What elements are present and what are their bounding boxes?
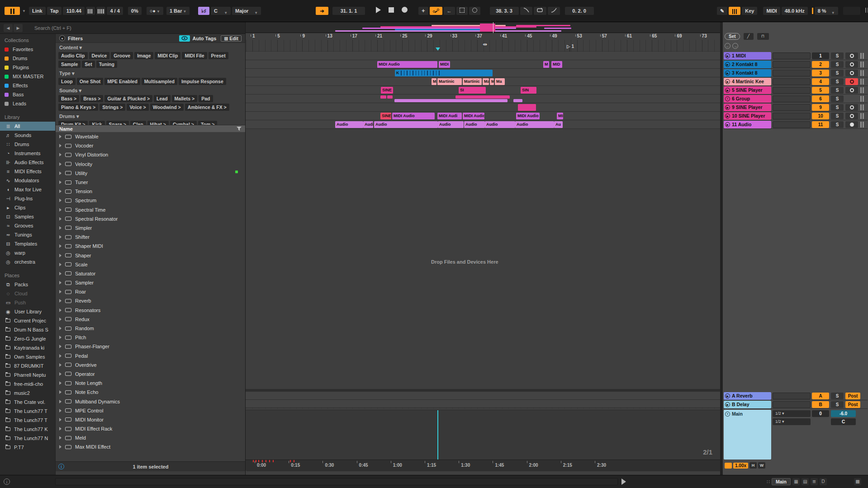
drag-handle-icon[interactable]: ∷	[767, 479, 770, 485]
track-play-icon[interactable]: ▶	[725, 79, 730, 84]
automation-icon[interactable]: ╱	[744, 33, 754, 40]
auto-tags-eye-icon[interactable]	[179, 35, 190, 42]
group-fold-icon[interactable]: ≡	[725, 96, 730, 101]
clip[interactable]: MIDI	[439, 61, 450, 68]
track-header-row[interactable]: ▶5 SINE Player5S	[724, 86, 868, 95]
filter-group-drums[interactable]: Drums ▾	[56, 112, 245, 120]
filter-chip[interactable]: Strings >	[100, 104, 125, 111]
filter-chip[interactable]: Cymbal >	[170, 121, 197, 125]
expand-arrow-icon[interactable]	[59, 290, 62, 294]
clip[interactable]	[380, 95, 386, 99]
track-activator[interactable]: 1	[812, 52, 829, 59]
device-row[interactable]: Roar	[56, 287, 245, 296]
draw-mode-button[interactable]: ✎	[717, 7, 727, 15]
device-row[interactable]: Reverb	[56, 296, 245, 305]
time-ruler[interactable]: 0:000:150:300:451:001:151:301:452:002:15…	[246, 460, 720, 471]
clip[interactable]: K	[395, 70, 493, 76]
device-row[interactable]: Shaper	[56, 251, 245, 260]
device-row[interactable]: Pitch	[56, 333, 245, 342]
draw-grid-button[interactable]	[456, 7, 468, 15]
play-button[interactable]	[373, 7, 384, 15]
expand-arrow-icon[interactable]	[59, 272, 62, 275]
filter-chip[interactable]: MPE Enabled	[104, 78, 140, 85]
sidebar-item-templates[interactable]: ⊟Templates	[0, 239, 55, 248]
sidebar-item-drums[interactable]: ∷Drums	[0, 140, 55, 149]
track-header-row[interactable]: ▶10 SINE Player10S	[724, 112, 868, 120]
sidebar-item-plug-ins[interactable]: ⊣Plug-Ins	[0, 194, 55, 203]
expand-arrow-icon[interactable]	[59, 144, 62, 147]
device-row[interactable]: Note Length	[56, 379, 245, 388]
arm-button[interactable]	[845, 113, 858, 119]
cue-routing-dropdown[interactable]: 1/2 ▾	[773, 418, 811, 425]
device-row[interactable]: Shaper MIDI	[56, 242, 245, 251]
main-track-name[interactable]: ▼Main	[724, 410, 771, 460]
filter-chip[interactable]: Woodwind >	[150, 104, 184, 111]
sidebar-item-the-lunch77-n[interactable]: The Lunch77 N	[0, 434, 55, 443]
clip[interactable]: Audio	[335, 121, 363, 128]
device-row[interactable]: Spectrum	[56, 196, 245, 205]
expand-arrow-icon[interactable]	[59, 244, 62, 248]
key-map-button[interactable]: Key	[742, 7, 757, 15]
preview-play-icon[interactable]	[621, 479, 626, 485]
filter-chip[interactable]: Multisampled	[142, 78, 177, 85]
track-lane[interactable]	[246, 95, 720, 103]
device-row[interactable]: Spectral Resonator	[56, 214, 245, 223]
sidebar-item-kaytranada-ki[interactable]: Kaytranada ki	[0, 343, 55, 352]
filter-chip[interactable]: Device	[89, 52, 110, 59]
expand-arrow-icon[interactable]	[59, 281, 62, 284]
sidebar-item-bass[interactable]: Bass	[0, 90, 55, 99]
stop-button[interactable]	[385, 7, 397, 15]
post-toggle[interactable]: Post	[845, 401, 860, 408]
sidebar-item-free-midi-cho[interactable]: free-midi-cho	[0, 379, 55, 389]
insert-marker-triangle[interactable]	[436, 47, 440, 51]
track-activator[interactable]: 5	[812, 87, 829, 94]
track-play-icon[interactable]: ▶	[725, 71, 730, 76]
sidebar-item-the-lunch77-t[interactable]: The Lunch77 T	[0, 407, 55, 416]
filter-chip[interactable]: Set	[82, 61, 95, 68]
track-name[interactable]: ▶11 Audio	[724, 121, 771, 128]
info-icon[interactable]: i	[58, 464, 64, 469]
sidebar-item-the-crate-vol-[interactable]: The Crate vol.	[0, 398, 55, 407]
sidebar-item-leads[interactable]: Leads	[0, 99, 55, 108]
sidebar-item-the-lunch77-t[interactable]: The Lunch77 T	[0, 416, 55, 425]
device-row[interactable]: Pedal	[56, 351, 245, 360]
track-activator[interactable]: 9	[812, 104, 829, 111]
expand-arrow-icon[interactable]	[59, 345, 62, 348]
filter-chip[interactable]: Drum Kit >	[58, 121, 88, 125]
arm-button[interactable]	[845, 87, 858, 94]
loop-start-field[interactable]: 38. 3. 3	[490, 7, 519, 15]
sidebar-item-effects[interactable]: Effects	[0, 81, 55, 90]
track-lane[interactable]: SINE FMIDI AudioMIDI AudiMIDI AudioMIDI …	[246, 112, 720, 120]
name-column-header[interactable]: Name	[59, 126, 73, 132]
device-row[interactable]: Meld	[56, 433, 245, 442]
return-a-lane[interactable]	[246, 392, 720, 400]
clip[interactable]: MIDI Audio	[377, 61, 437, 68]
filter-chip[interactable]: Audio Clip	[58, 52, 88, 59]
device-row[interactable]: Scale	[56, 260, 245, 269]
filter-chip[interactable]: Tuning	[96, 61, 117, 68]
filter-group-type[interactable]: Type ▾	[56, 69, 245, 77]
logo-menu-caret[interactable]: ▼	[22, 9, 26, 13]
filter-chip[interactable]: Mallets >	[172, 95, 198, 102]
new-button[interactable]: +	[418, 7, 428, 15]
track-lane[interactable]: K	[246, 69, 720, 77]
browser-forward-button[interactable]: ▶	[14, 24, 23, 32]
ableton-logo-icon[interactable]	[5, 7, 20, 15]
device-row[interactable]: Multiband Dynamics	[56, 397, 245, 406]
track-name[interactable]: ▶1 MIDI	[724, 52, 771, 60]
sidebar-item-user-library[interactable]: ◉User Library	[0, 307, 55, 316]
solo-button[interactable]: S	[831, 401, 844, 408]
tap-tempo-button[interactable]: Tap	[47, 7, 62, 15]
expand-arrow-icon[interactable]	[59, 171, 62, 175]
volume-field[interactable]: -6.0	[831, 410, 856, 417]
expand-arrow-icon[interactable]	[59, 153, 62, 156]
track-play-icon[interactable]: ▶	[725, 114, 730, 118]
sidebar-item-plugins[interactable]: Plugins	[0, 63, 55, 72]
auto-tags-label[interactable]: Auto Tags	[192, 36, 216, 41]
locator-marker[interactable]: ▷ 1	[567, 44, 574, 49]
sidebar-item-modulators[interactable]: ∿Modulators	[0, 176, 55, 185]
filter-chip[interactable]: Brass >	[81, 95, 103, 102]
sidebar-item-p-t7[interactable]: P.T7	[0, 443, 55, 452]
sidebar-item-87-drumkit[interactable]: 87 DRUMKIT	[0, 361, 55, 370]
metronome-volume-icon[interactable]	[725, 463, 732, 469]
